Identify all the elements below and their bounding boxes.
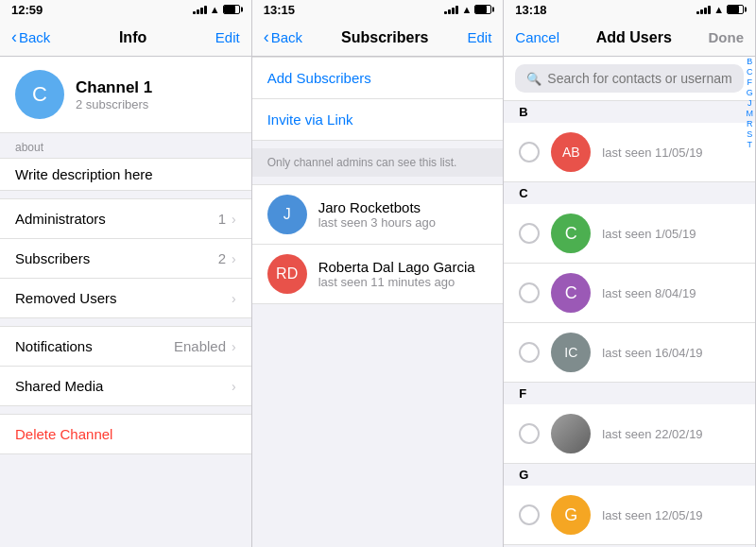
edit-button-1[interactable]: Edit (215, 29, 240, 45)
nav-title-3: Add Users (596, 29, 672, 46)
add-contact-IC[interactable]: IC last seen 16/04/19 (504, 323, 755, 383)
status-icons-3: ▲ (696, 4, 744, 15)
add-users-panel: 13:18 ▲ Cancel Add Users Done 🔍 B AB (504, 0, 756, 547)
wifi-icon-2: ▲ (461, 4, 472, 15)
channel-header: C Channel 1 2 subscribers (0, 57, 251, 133)
notifications-value: Enabled (174, 338, 226, 354)
nav-bar-3: Cancel Add Users Done (504, 19, 755, 57)
signal-icon-3 (696, 6, 711, 14)
avatar-C2: C (551, 273, 591, 313)
info-AB: last seen 11/05/19 (602, 145, 702, 160)
alpha-G[interactable]: G (747, 88, 753, 97)
status-bar-2: 13:15 ▲ (252, 0, 504, 19)
notifications-item[interactable]: Notifications Enabled › (0, 326, 251, 367)
contacts-list: J Jaro Rocketbots last seen 3 hours ago … (252, 184, 504, 304)
avatar-AB: AB (551, 132, 591, 172)
notifications-right: Enabled › (174, 338, 236, 354)
done-button[interactable]: Done (709, 29, 745, 45)
administrators-label: Administrators (15, 211, 106, 227)
wifi-icon: ▲ (210, 4, 220, 15)
alpha-S[interactable]: S (747, 129, 752, 139)
radio-AB[interactable] (519, 142, 540, 162)
search-input-wrap: 🔍 (515, 64, 744, 93)
signal-icon-2 (444, 6, 458, 14)
channel-initial: C (32, 82, 47, 107)
alpha-J[interactable]: J (747, 98, 752, 108)
avatar-C1: C (551, 214, 591, 253)
search-input[interactable] (547, 71, 732, 86)
chevron-icon-notif: › (232, 339, 236, 354)
back-button-2[interactable]: ‹ Back (264, 27, 302, 47)
back-arrow-2: ‹ (264, 27, 269, 47)
radio-C2[interactable] (519, 282, 540, 303)
channel-subscribers: 2 subscribers (76, 97, 152, 111)
cancel-button[interactable]: Cancel (515, 29, 559, 45)
subscribers-count: 2 (218, 250, 226, 266)
contact-status-jaro: last seen 3 hours ago (318, 215, 436, 230)
contact-item-roberta[interactable]: RD Roberta Dal Lago Garcia last seen 11 … (252, 245, 504, 304)
battery-icon-3 (727, 5, 744, 14)
info-C2: last seen 8/04/19 (602, 286, 696, 300)
time-3: 13:18 (515, 3, 546, 17)
add-contact-F[interactable]: last seen 22/02/19 (504, 404, 755, 464)
status-bar-1: 12:59 ▲ (0, 0, 251, 19)
contact-avatar-jaro: J (267, 195, 307, 234)
chevron-icon-media: › (232, 379, 236, 394)
radio-G[interactable] (519, 504, 540, 525)
contact-info-roberta: Roberta Dal Lago Garcia last seen 11 min… (318, 259, 475, 289)
shared-media-item[interactable]: Shared Media › (0, 367, 251, 406)
add-subscribers-button[interactable]: Add Subscribers (252, 57, 504, 99)
alphabet-index: B C F G J M R S T (747, 57, 754, 149)
contact-info-jaro: Jaro Rocketbots last seen 3 hours ago (318, 199, 436, 230)
channel-avatar: C (15, 70, 64, 119)
shared-media-right: › (232, 379, 236, 394)
search-icon: 🔍 (526, 72, 541, 86)
signal-icon (193, 6, 207, 14)
radio-C1[interactable] (519, 223, 540, 244)
alpha-header-F: F (504, 383, 755, 404)
info-panel: 12:59 ▲ ‹ Back Info Edit C Channel 1 2 s… (0, 0, 252, 547)
alpha-header-B: B (504, 101, 755, 123)
section-B: B AB last seen 11/05/19 (504, 101, 755, 182)
back-label-1: Back (19, 29, 50, 45)
alpha-M[interactable]: M (747, 109, 754, 118)
delete-channel-button[interactable]: Delete Channel (0, 414, 251, 454)
settings-list: Administrators 1 › Subscribers 2 › Remov… (0, 198, 251, 318)
radio-F[interactable] (519, 423, 540, 444)
avatar-G: G (551, 495, 591, 535)
removed-users-label: Removed Users (15, 290, 117, 306)
alpha-R[interactable]: R (747, 119, 753, 128)
subscribers-item[interactable]: Subscribers 2 › (0, 239, 251, 279)
add-contact-C2[interactable]: C last seen 8/04/19 (504, 264, 755, 323)
add-contact-G[interactable]: G last seen 12/05/19 (504, 486, 755, 545)
notifications-label: Notifications (15, 338, 93, 354)
back-button-1[interactable]: ‹ Back (11, 27, 50, 47)
search-bar: 🔍 (504, 57, 755, 101)
alpha-T[interactable]: T (747, 140, 753, 149)
time-2: 13:15 (264, 3, 295, 17)
invite-link-button[interactable]: Invite via Link (252, 99, 504, 141)
alpha-B[interactable]: B (747, 57, 752, 66)
status-C1: last seen 1/05/19 (602, 227, 696, 241)
status-F: last seen 22/02/19 (602, 427, 702, 441)
contact-item-jaro[interactable]: J Jaro Rocketbots last seen 3 hours ago (252, 184, 504, 245)
add-contact-C1[interactable]: C last seen 1/05/19 (504, 204, 755, 264)
edit-button-2[interactable]: Edit (467, 29, 491, 45)
administrators-item[interactable]: Administrators 1 › (0, 198, 251, 239)
removed-users-item[interactable]: Removed Users › (0, 279, 251, 318)
battery-icon-2 (474, 5, 491, 14)
contact-status-roberta: last seen 11 minutes ago (318, 275, 475, 289)
radio-IC[interactable] (519, 342, 540, 363)
status-G: last seen 12/05/19 (602, 508, 702, 522)
subscribers-right: 2 › (218, 250, 236, 266)
status-icons-2: ▲ (444, 4, 491, 15)
add-contact-AB[interactable]: AB last seen 11/05/19 (504, 123, 755, 182)
status-C2: last seen 8/04/19 (602, 286, 696, 300)
alpha-F[interactable]: F (747, 77, 753, 87)
alpha-C[interactable]: C (747, 67, 753, 77)
nav-bar-2: ‹ Back Subscribers Edit (252, 19, 504, 57)
section-F: F last seen 22/02/19 (504, 383, 755, 464)
back-arrow-1: ‹ (11, 27, 17, 47)
alpha-header-C: C (504, 182, 755, 204)
about-label: about (0, 133, 251, 158)
